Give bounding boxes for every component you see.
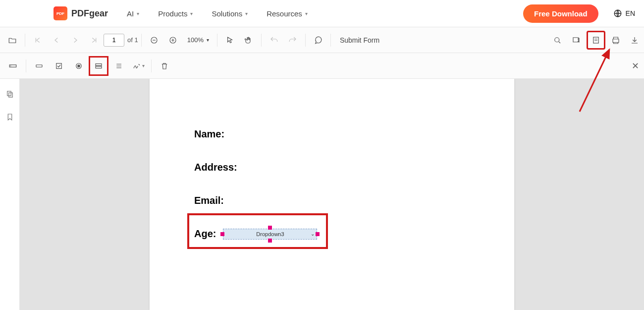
svg-rect-7	[56, 63, 62, 68]
svg-rect-10	[96, 63, 102, 65]
next-page-button[interactable]	[66, 31, 85, 50]
workspace: Name: Address: Email: Age: Dropdown3 ⌄	[0, 79, 644, 310]
pdf-page[interactable]: Name: Address: Email: Age: Dropdown3 ⌄	[150, 79, 514, 310]
brand-logo-icon: PDF	[54, 6, 67, 20]
download-button[interactable]	[625, 31, 644, 50]
text-field-tool[interactable]	[3, 56, 23, 76]
redo-button[interactable]	[283, 31, 302, 50]
svg-rect-12	[7, 91, 11, 96]
svg-rect-11	[96, 66, 102, 68]
comment-button[interactable]	[309, 31, 327, 50]
radio-tool[interactable]	[69, 56, 89, 76]
age-field-label: Age:	[194, 228, 216, 240]
checkbox-tool[interactable]	[49, 56, 69, 76]
name-field-label: Name:	[194, 128, 470, 140]
hand-tool-button[interactable]	[239, 31, 258, 50]
select-tool-button[interactable]	[220, 31, 239, 50]
brand-name: PDFgear	[71, 8, 108, 19]
language-label: EN	[626, 9, 635, 17]
delete-tool[interactable]	[155, 56, 174, 76]
zoom-level-dropdown[interactable]: 100%▾	[187, 36, 209, 44]
brand[interactable]: PDF PDFgear	[54, 6, 108, 20]
chevron-down-icon: ▾	[137, 11, 139, 16]
caret-down-icon: ▾	[207, 37, 209, 43]
menu-ai[interactable]: AI▾	[127, 9, 139, 18]
resize-handle-right[interactable]	[316, 232, 320, 236]
resize-handle-left[interactable]	[220, 232, 224, 236]
menu-resources[interactable]: Resources▾	[267, 9, 308, 18]
form-edit-button[interactable]	[587, 31, 605, 50]
submit-form-button[interactable]: Submit Form	[340, 36, 379, 44]
chevron-down-icon: ▾	[305, 11, 308, 16]
menu-products[interactable]: Products▾	[158, 9, 193, 18]
page-total-label: of 1	[127, 36, 138, 44]
menu-solutions[interactable]: Solutions▾	[212, 9, 248, 18]
language-switch[interactable]: EN	[613, 9, 635, 18]
caret-down-icon: ▾	[142, 63, 145, 68]
signature-tool[interactable]: ▾	[128, 56, 148, 76]
dropdown-form-field[interactable]: Dropdown3 ⌄	[223, 229, 317, 240]
free-download-button[interactable]: Free Download	[523, 4, 598, 23]
prev-page-button[interactable]	[47, 31, 66, 50]
page-number-input[interactable]	[104, 34, 124, 47]
form-tools-toolbar: ▾ ✕	[0, 53, 644, 79]
button-tool[interactable]	[29, 56, 49, 76]
globe-icon	[613, 9, 622, 18]
svg-rect-4	[593, 37, 599, 43]
zoom-in-button[interactable]	[163, 31, 182, 50]
last-page-button[interactable]	[85, 31, 104, 50]
listbox-tool[interactable]	[108, 56, 128, 76]
canvas-area[interactable]: Name: Address: Email: Age: Dropdown3 ⌄	[20, 79, 644, 310]
zoom-out-button[interactable]	[145, 31, 163, 50]
svg-rect-13	[8, 93, 12, 97]
main-toolbar: of 1 100%▾ Submit Form	[0, 27, 644, 53]
email-field-label: Email:	[194, 195, 470, 206]
undo-button[interactable]	[265, 31, 283, 50]
select-arrow-icon: ⌄	[311, 231, 315, 237]
svg-rect-6	[36, 64, 42, 67]
top-nav: PDF PDFgear AI▾ Products▾ Solutions▾ Res…	[0, 0, 644, 27]
print-button[interactable]	[606, 31, 625, 50]
resize-handle-top[interactable]	[268, 226, 272, 230]
search-button[interactable]	[548, 31, 567, 50]
chevron-down-icon: ▾	[245, 11, 248, 16]
dropdown-field-name: Dropdown3	[256, 231, 284, 237]
svg-point-3	[555, 37, 559, 42]
dropdown-tool[interactable]	[89, 56, 108, 76]
annotate-button[interactable]	[567, 31, 586, 50]
close-toolbar-button[interactable]: ✕	[632, 61, 639, 71]
thumbnails-panel-button[interactable]	[5, 90, 14, 101]
bookmarks-panel-button[interactable]	[5, 113, 14, 124]
resize-handle-bottom[interactable]	[268, 239, 272, 243]
address-field-label: Address:	[194, 162, 470, 173]
svg-point-9	[78, 64, 80, 67]
main-menu: AI▾ Products▾ Solutions▾ Resources▾	[127, 9, 308, 18]
side-panel	[0, 79, 20, 310]
first-page-button[interactable]	[28, 31, 47, 50]
chevron-down-icon: ▾	[190, 11, 193, 16]
open-file-button[interactable]	[3, 31, 22, 50]
